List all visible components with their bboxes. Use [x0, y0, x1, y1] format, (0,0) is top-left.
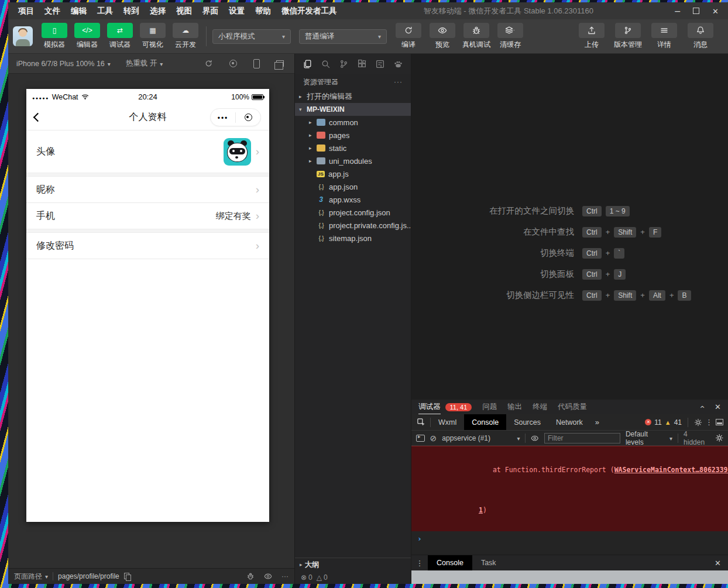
search-icon[interactable]	[321, 59, 331, 69]
menu-item[interactable]: 项目	[13, 6, 39, 16]
bottom-tab-task[interactable]: Task	[472, 555, 505, 570]
mode-button[interactable]: </> 编辑器	[73, 23, 102, 50]
clear-cache-button[interactable]: 清缓存	[495, 23, 526, 50]
hot-reload-toggle[interactable]: 热重载 开	[126, 59, 163, 68]
upload-button[interactable]: 上传	[576, 23, 607, 50]
tree-item[interactable]: JS app.js	[295, 167, 411, 180]
mode-button[interactable]: ⇄ 调试器	[105, 23, 135, 50]
menu-item[interactable]: 视图	[171, 6, 197, 16]
profile-row-password[interactable]: 修改密码	[26, 233, 269, 259]
more-dots-icon[interactable]: ···	[281, 572, 289, 580]
eye-icon[interactable]	[531, 434, 539, 442]
messages-button[interactable]: 消息	[685, 23, 716, 50]
bug-icon[interactable]	[246, 572, 255, 580]
phone-icon[interactable]	[253, 59, 260, 68]
close-icon[interactable]	[715, 403, 721, 411]
compile-button[interactable]: 编译	[393, 23, 424, 50]
project-root-section[interactable]: ▾ MP-WEIXIN	[295, 103, 411, 116]
remote-debug-button[interactable]: 真机调试	[461, 23, 492, 50]
page-path-select[interactable]: 页面路径	[14, 572, 48, 582]
tab-debugger[interactable]: 调试器	[418, 400, 441, 414]
inspect-icon[interactable]	[411, 418, 430, 427]
compile-mode-select[interactable]: 普通编译	[299, 29, 387, 44]
profile-row-avatar[interactable]: 头像	[26, 130, 269, 173]
open-editors-section[interactable]: ▸ 打开的编辑器	[295, 90, 411, 103]
sidebar-toggle-icon[interactable]	[416, 435, 425, 442]
menu-item[interactable]: 文件	[39, 6, 66, 16]
tab-wxml[interactable]: Wxml	[431, 414, 464, 430]
chevron-up-icon[interactable]	[696, 405, 706, 408]
refresh-icon[interactable]	[204, 59, 213, 68]
mode-button[interactable]: ▦ 可视化	[138, 23, 167, 50]
tab-problems[interactable]: 问题	[482, 400, 497, 414]
bottom-tab-console[interactable]: Console	[428, 555, 472, 570]
tree-item[interactable]: 3 app.wxss	[295, 193, 411, 206]
paw-icon[interactable]	[393, 59, 403, 69]
tab-terminal[interactable]: 终端	[533, 400, 547, 414]
version-control-button[interactable]: 版本管理	[612, 23, 644, 50]
project-mode-select[interactable]: 小程序模式	[212, 29, 291, 44]
menu-item[interactable]: 微信开发者工具	[276, 6, 342, 16]
menu-item[interactable]: 帮助	[250, 6, 276, 16]
mode-button[interactable]: ☁ 云开发	[171, 23, 200, 50]
tree-item[interactable]: ▸ common	[295, 116, 411, 129]
console-prompt[interactable]: ›	[411, 531, 728, 546]
eye-icon[interactable]	[264, 572, 272, 580]
log-segment[interactable]: WAServiceMainContext…80623392&v=2.31.0:	[614, 466, 728, 474]
kebab-menu-icon[interactable]	[411, 559, 428, 568]
minimize-icon[interactable]	[675, 6, 680, 16]
source-control-icon[interactable]	[339, 59, 349, 69]
tab-sources[interactable]: Sources	[506, 414, 548, 430]
device-select[interactable]: iPhone 6/7/8 Plus 100% 16	[16, 60, 111, 68]
maximize-icon[interactable]	[693, 8, 699, 14]
tab-code-quality[interactable]: 代码质量	[558, 400, 587, 414]
tab-output[interactable]: 输出	[507, 400, 522, 414]
clear-console-icon[interactable]	[430, 434, 437, 442]
more-tabs-icon[interactable]: »	[590, 418, 604, 427]
menu-item[interactable]: 设置	[224, 6, 250, 16]
profile-row-phone[interactable]: 手机 绑定有奖	[26, 203, 269, 229]
tree-item[interactable]: ▸ pages	[295, 129, 411, 142]
files-icon[interactable]	[303, 59, 313, 69]
cascade-windows-icon[interactable]	[276, 60, 284, 67]
tree-item[interactable]: {..} sitemap.json	[295, 232, 411, 245]
gear-icon[interactable]	[694, 418, 702, 427]
close-icon[interactable]	[712, 7, 719, 15]
tree-item[interactable]: ▸ uni_modules	[295, 154, 411, 167]
dock-icon[interactable]	[716, 419, 723, 425]
log-segment[interactable]: at Function.thirdErrorReport (	[493, 466, 614, 474]
gear-icon[interactable]	[715, 434, 723, 442]
outline-section[interactable]: ▸ 大纲	[295, 558, 411, 571]
log-segment[interactable]: )	[483, 506, 487, 514]
console-filter-input[interactable]	[544, 433, 620, 443]
more-dots-icon[interactable]	[211, 112, 235, 123]
npm-scripts-icon[interactable]	[375, 59, 385, 69]
copy-icon[interactable]	[124, 573, 130, 580]
extensions-icon[interactable]	[357, 59, 367, 69]
mode-button[interactable]: ▯ 模拟器	[40, 23, 69, 50]
close-icon[interactable]	[708, 559, 728, 568]
tree-item[interactable]: {..} project.private.config.js...	[295, 219, 411, 232]
tree-item[interactable]: {..} project.config.json	[295, 206, 411, 219]
record-icon[interactable]	[229, 60, 237, 67]
details-button[interactable]: 详情	[648, 23, 680, 50]
menu-item[interactable]: 编辑	[66, 6, 92, 16]
tree-item[interactable]: {..} app.json	[295, 180, 411, 193]
menu-item[interactable]: 界面	[197, 6, 224, 16]
tree-item[interactable]: ▸ static	[295, 142, 411, 154]
kebab-menu-icon[interactable]	[705, 418, 713, 427]
more-dots-icon[interactable]: ···	[394, 78, 403, 86]
profile-row-nickname[interactable]: 昵称	[26, 177, 269, 202]
preview-button[interactable]: 预览	[427, 23, 458, 50]
menu-item[interactable]: 工具	[92, 6, 118, 16]
problems-counter[interactable]: ⊗ 0 △ 0	[295, 571, 411, 584]
menu-item[interactable]: 选择	[145, 6, 171, 16]
user-avatar[interactable]	[13, 26, 33, 46]
menu-item[interactable]: 转到	[118, 6, 145, 16]
log-segment[interactable]: 1	[479, 506, 483, 514]
capsule-close-icon[interactable]	[236, 114, 260, 121]
context-select[interactable]: appservice (#1)	[442, 434, 520, 442]
tab-network[interactable]: Network	[548, 414, 590, 430]
tab-console[interactable]: Console	[464, 414, 506, 430]
log-levels-select[interactable]: Default levels	[626, 430, 672, 446]
